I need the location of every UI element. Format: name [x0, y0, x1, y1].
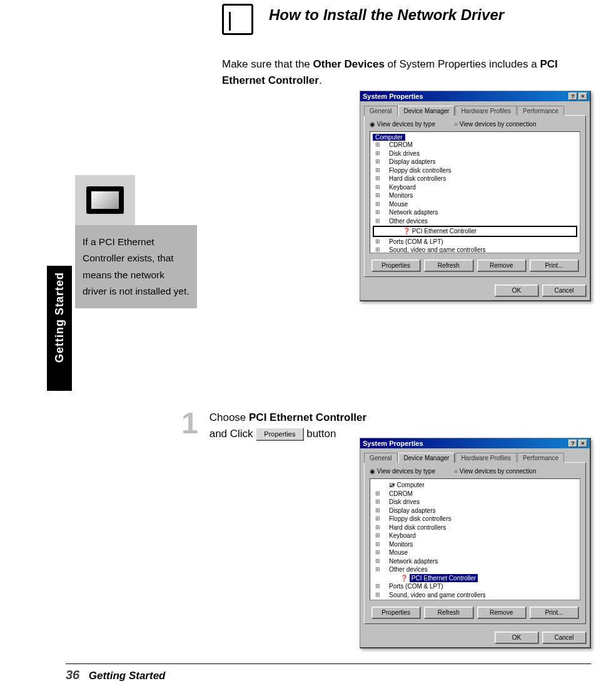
tree-item[interactable]: System devices — [373, 599, 577, 600]
tree-item-other-devices[interactable]: Other devices — [373, 565, 577, 574]
page-footer: 36 Getting Started — [66, 663, 591, 682]
tree-item[interactable]: Hard disk controllers — [373, 174, 577, 183]
tree-item[interactable]: CDROM — [373, 490, 577, 498]
refresh-button[interactable]: Refresh — [424, 607, 473, 618]
section-header-icon — [222, 4, 253, 35]
print-button[interactable]: Print... — [530, 260, 578, 271]
network-neighborhood-icon — [75, 175, 135, 225]
tree-item[interactable]: Keyboard — [373, 183, 577, 192]
intro-paragraph: Make sure that the Other Devices of Syst… — [222, 56, 591, 88]
page-number: 36 — [66, 668, 79, 682]
tab-hardware-profiles[interactable]: Hardware Profiles — [455, 453, 516, 463]
tree-item[interactable]: Network adapters — [373, 208, 577, 217]
refresh-button[interactable]: Refresh — [424, 260, 473, 271]
margin-note: If a PCI Ethernet Controller exists, tha… — [75, 175, 197, 308]
tab-performance[interactable]: Performance — [517, 453, 564, 463]
tab-general[interactable]: General — [364, 106, 398, 116]
radio-by-type[interactable]: ◉ View devices by type — [370, 121, 435, 128]
tree-item[interactable]: Disk drives — [373, 498, 577, 507]
device-tree[interactable]: Computer CDROM Disk drives Display adapt… — [370, 131, 580, 253]
cancel-button[interactable]: Cancel — [542, 632, 586, 643]
window-title: System Properties — [363, 93, 423, 100]
remove-button[interactable]: Remove — [477, 260, 526, 271]
window-title: System Properties — [363, 440, 423, 447]
print-button[interactable]: Print... — [530, 607, 578, 618]
tree-item[interactable]: Network adapters — [373, 557, 577, 566]
tree-item[interactable]: Floppy disk controllers — [373, 515, 577, 523]
tab-hardware-profiles[interactable]: Hardware Profiles — [455, 106, 516, 116]
tree-item[interactable]: CDROM — [373, 141, 577, 149]
tree-item[interactable]: Ports (COM & LPT) — [373, 238, 577, 246]
tree-item[interactable]: Monitors — [373, 191, 577, 200]
section-side-tab: Getting Started — [47, 266, 72, 391]
help-button[interactable]: ? — [568, 440, 577, 447]
close-button[interactable]: × — [578, 440, 587, 447]
step-number: 1 — [181, 410, 198, 436]
tree-item[interactable]: Ports (COM & LPT) — [373, 582, 577, 591]
ok-button[interactable]: OK — [495, 632, 538, 643]
tree-item[interactable]: Mouse — [373, 200, 577, 209]
tree-item[interactable]: Disk drives — [373, 149, 577, 158]
tree-item[interactable]: Display adapters — [373, 507, 577, 515]
close-button[interactable]: × — [578, 93, 587, 100]
radio-by-type[interactable]: ◉ View devices by type — [370, 468, 435, 475]
tree-item[interactable]: Display adapters — [373, 158, 577, 166]
tree-item[interactable]: Keyboard — [373, 532, 577, 540]
help-button[interactable]: ? — [568, 93, 577, 100]
margin-note-text: If a PCI Ethernet Controller exists, tha… — [75, 225, 197, 308]
tree-item-pci-ethernet-selected[interactable]: ❓ PCI Ethernet Controller — [373, 574, 577, 583]
footer-title: Getting Started — [89, 670, 166, 682]
tree-root[interactable]: 🖳 Computer — [373, 481, 577, 490]
tree-item-pci-ethernet[interactable]: ❓ PCI Ethernet Controller — [375, 227, 575, 236]
tab-device-manager[interactable]: Device Manager — [398, 106, 455, 116]
highlighted-row: ❓ PCI Ethernet Controller — [373, 226, 577, 237]
tab-performance[interactable]: Performance — [517, 106, 564, 116]
remove-button[interactable]: Remove — [477, 607, 526, 618]
properties-button[interactable]: Properties — [371, 607, 420, 618]
cancel-button[interactable]: Cancel — [542, 285, 586, 296]
radio-by-connection[interactable]: ○ View devices by connection — [454, 468, 537, 475]
tree-item[interactable]: Sound, video and game controllers — [373, 591, 577, 600]
tree-item[interactable]: Floppy disk controllers — [373, 166, 577, 175]
tab-general[interactable]: General — [364, 453, 398, 463]
device-tree[interactable]: 🖳 Computer CDROM Disk drives Display ada… — [370, 478, 580, 600]
tree-item[interactable]: Mouse — [373, 548, 577, 557]
tree-item[interactable]: Sound, video and game controllers — [373, 246, 577, 253]
section-side-label: Getting Started — [53, 272, 66, 363]
radio-by-connection[interactable]: ○ View devices by connection — [454, 121, 537, 128]
tree-root[interactable]: Computer — [373, 134, 405, 141]
inline-properties-button[interactable]: Properties — [256, 428, 303, 441]
tab-device-manager[interactable]: Device Manager — [398, 453, 455, 463]
ok-button[interactable]: OK — [495, 285, 538, 296]
properties-button[interactable]: Properties — [371, 260, 420, 271]
system-properties-window-2: System Properties ? × General Device Man… — [360, 438, 591, 648]
tree-item[interactable]: Monitors — [373, 540, 577, 549]
tree-item[interactable]: Hard disk controllers — [373, 523, 577, 532]
system-properties-window-1: System Properties ? × General Device Man… — [360, 91, 591, 301]
tree-item-other-devices[interactable]: Other devices — [373, 217, 577, 226]
section-title: How to Install the Network Driver — [269, 6, 504, 24]
step-1: 1 Choose PCI Ethernet Controller and Cli… — [181, 410, 366, 441]
